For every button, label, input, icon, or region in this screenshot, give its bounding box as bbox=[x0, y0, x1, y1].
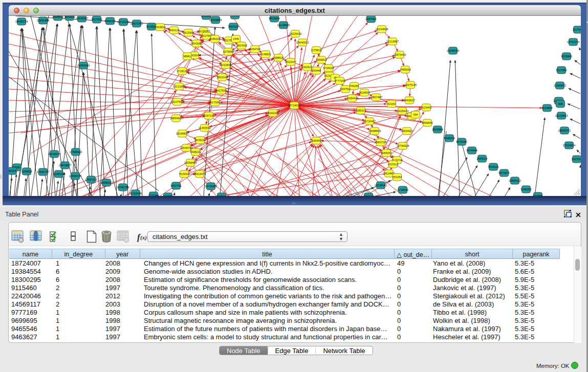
svg-text:594: 594 bbox=[413, 113, 418, 116]
svg-text:12213389: 12213389 bbox=[173, 85, 185, 88]
svg-text:12975115: 12975115 bbox=[404, 83, 417, 86]
svg-text:17957225: 17957225 bbox=[85, 178, 97, 181]
svg-text:8471676: 8471676 bbox=[498, 171, 509, 174]
svg-text:9329966: 9329966 bbox=[561, 55, 572, 58]
svg-text:1167533: 1167533 bbox=[571, 158, 581, 161]
svg-text:1733426: 1733426 bbox=[397, 188, 408, 191]
svg-text:18300295: 18300295 bbox=[267, 112, 279, 115]
svg-text:12905135: 12905135 bbox=[69, 174, 81, 178]
svg-text:10046798: 10046798 bbox=[180, 146, 192, 149]
svg-text:19975867: 19975867 bbox=[59, 164, 71, 167]
svg-text:9115460: 9115460 bbox=[421, 106, 431, 109]
svg-text:4498222: 4498222 bbox=[190, 150, 201, 154]
svg-text:11323446: 11323446 bbox=[129, 192, 142, 195]
svg-text:39154: 39154 bbox=[9, 169, 16, 172]
svg-text:2935114: 2935114 bbox=[476, 157, 487, 160]
svg-text:1615112: 1615112 bbox=[387, 163, 398, 166]
svg-text:1527602: 1527602 bbox=[91, 18, 102, 21]
svg-text:19854923: 19854923 bbox=[170, 117, 182, 120]
svg-text:8186328: 8186328 bbox=[209, 37, 220, 40]
svg-text:10958107: 10958107 bbox=[100, 181, 113, 184]
svg-text:881305: 881305 bbox=[230, 16, 239, 17]
svg-text:8454749: 8454749 bbox=[249, 48, 260, 51]
svg-text:16671355: 16671355 bbox=[130, 22, 143, 25]
svg-text:1132344: 1132344 bbox=[148, 194, 159, 196]
svg-text:10973493: 10973493 bbox=[394, 53, 406, 56]
svg-text:1905519: 1905519 bbox=[52, 16, 63, 18]
svg-text:16107552: 16107552 bbox=[171, 100, 183, 103]
svg-text:15807249: 15807249 bbox=[375, 141, 387, 144]
svg-text:10654112: 10654112 bbox=[509, 179, 521, 182]
svg-text:2867608: 2867608 bbox=[236, 44, 247, 47]
svg-text:16648784: 16648784 bbox=[447, 49, 459, 52]
svg-text:15692971: 15692971 bbox=[558, 129, 571, 132]
svg-text:19384554: 19384554 bbox=[310, 139, 322, 142]
svg-text:10807487: 10807487 bbox=[370, 96, 382, 99]
svg-text:15751074: 15751074 bbox=[567, 40, 579, 43]
svg-text:6497568: 6497568 bbox=[340, 87, 351, 91]
svg-text:1362615: 1362615 bbox=[301, 65, 312, 69]
svg-text:6579190: 6579190 bbox=[456, 140, 467, 143]
svg-text:7625402: 7625402 bbox=[179, 172, 189, 176]
svg-text:197164: 197164 bbox=[217, 195, 226, 196]
svg-text:9463627: 9463627 bbox=[404, 99, 415, 102]
svg-text:7955812: 7955812 bbox=[316, 58, 326, 61]
svg-text:20364436: 20364436 bbox=[346, 97, 358, 100]
svg-text:62160: 62160 bbox=[387, 102, 395, 105]
svg-text:14136141: 14136141 bbox=[375, 184, 387, 187]
svg-text:16210643: 16210643 bbox=[555, 114, 568, 117]
svg-text:20691406: 20691406 bbox=[37, 19, 49, 22]
svg-text:8938923: 8938923 bbox=[444, 137, 454, 140]
svg-text:13325419: 13325419 bbox=[289, 32, 301, 35]
svg-text:9146821: 9146821 bbox=[260, 53, 271, 56]
svg-text:3912954: 3912954 bbox=[183, 31, 193, 34]
svg-text:8427552: 8427552 bbox=[215, 89, 226, 92]
svg-text:17359924: 17359924 bbox=[70, 150, 82, 154]
svg-text:908: 908 bbox=[558, 102, 562, 105]
svg-text:1546: 1546 bbox=[233, 37, 239, 40]
svg-text:6794028: 6794028 bbox=[323, 67, 334, 70]
svg-text:10688809: 10688809 bbox=[368, 129, 381, 133]
svg-text:2087682: 2087682 bbox=[365, 17, 376, 20]
svg-text:10025433: 10025433 bbox=[396, 110, 408, 113]
svg-text:924505: 924505 bbox=[533, 194, 542, 196]
svg-text:1640954: 1640954 bbox=[432, 128, 443, 131]
svg-text:10756928: 10756928 bbox=[397, 144, 409, 147]
svg-text:9084067: 9084067 bbox=[381, 151, 391, 155]
svg-text:16543382: 16543382 bbox=[190, 42, 203, 45]
svg-text:16782759: 16782759 bbox=[117, 186, 129, 189]
svg-text:7663822: 7663822 bbox=[155, 26, 165, 29]
svg-text:945779: 945779 bbox=[163, 195, 172, 196]
svg-text:20053346: 20053346 bbox=[77, 64, 90, 67]
svg-text:7357224: 7357224 bbox=[228, 25, 238, 28]
svg-text:8322037: 8322037 bbox=[285, 60, 296, 63]
svg-text:1651522: 1651522 bbox=[64, 16, 75, 18]
svg-text:19166824: 19166824 bbox=[176, 132, 188, 135]
svg-text:2803144: 2803144 bbox=[216, 76, 227, 79]
svg-text:8813054: 8813054 bbox=[269, 17, 279, 20]
svg-text:3624554: 3624554 bbox=[359, 91, 369, 94]
svg-text:11353594: 11353594 bbox=[199, 126, 211, 129]
svg-text:2718120: 2718120 bbox=[177, 70, 187, 73]
svg-text:9457791: 9457791 bbox=[170, 184, 181, 187]
svg-text:9227342: 9227342 bbox=[556, 69, 567, 72]
svg-text:98961: 98961 bbox=[183, 55, 191, 58]
svg-text:8878334: 8878334 bbox=[194, 139, 205, 142]
svg-text:19716485: 19716485 bbox=[205, 185, 217, 188]
svg-text:16154838: 16154838 bbox=[376, 28, 388, 31]
svg-text:1145194: 1145194 bbox=[53, 172, 64, 176]
svg-text:8660124: 8660124 bbox=[168, 29, 179, 32]
svg-text:252254: 252254 bbox=[393, 176, 402, 179]
svg-text:990448: 990448 bbox=[312, 69, 321, 72]
svg-text:7485063: 7485063 bbox=[400, 68, 410, 71]
svg-text:15640910: 15640910 bbox=[296, 41, 309, 44]
svg-text:6466160: 6466160 bbox=[104, 19, 115, 23]
svg-text:17016504: 17016504 bbox=[563, 144, 575, 147]
svg-text:12213967: 12213967 bbox=[386, 40, 399, 43]
svg-text:16914479: 16914479 bbox=[193, 172, 206, 176]
svg-text:16053809: 16053809 bbox=[209, 18, 222, 21]
svg-text:7986322: 7986322 bbox=[355, 109, 366, 112]
svg-text:10655287: 10655287 bbox=[76, 17, 88, 20]
svg-text:7632621: 7632621 bbox=[488, 165, 498, 168]
svg-text:19654923: 19654923 bbox=[401, 129, 413, 133]
